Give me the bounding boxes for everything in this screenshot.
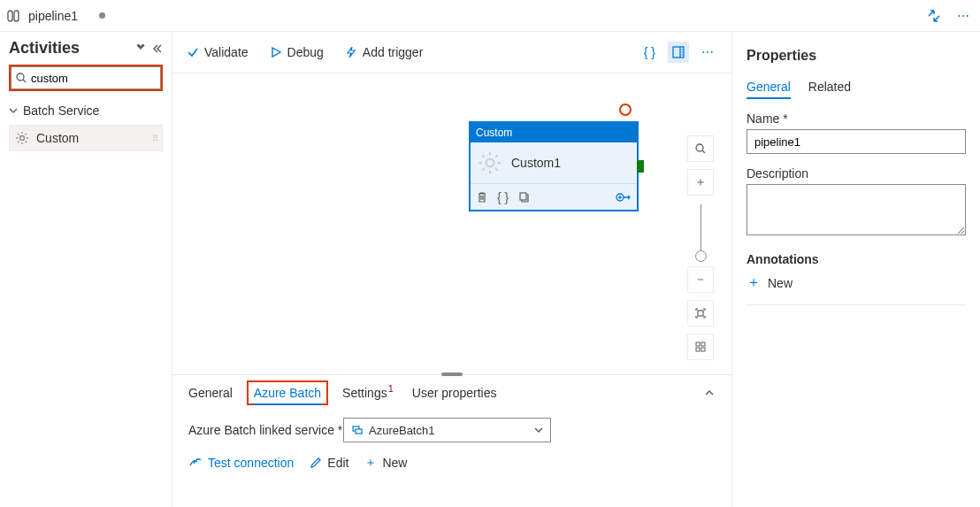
linked-service-label: Azure Batch linked service *: [188, 423, 343, 437]
new-button[interactable]: ＋ New: [364, 455, 407, 471]
output-port[interactable]: [637, 160, 644, 173]
more-icon[interactable]: ⋯: [953, 5, 973, 27]
node-name: Custom1: [511, 156, 561, 170]
edit-button[interactable]: Edit: [310, 456, 348, 470]
debug-button[interactable]: Debug: [270, 45, 324, 59]
svg-point-31: [696, 144, 703, 151]
add-output-icon[interactable]: [616, 191, 632, 204]
lightning-icon: [345, 46, 357, 58]
svg-rect-1: [14, 11, 19, 21]
svg-rect-36: [696, 348, 700, 351]
svg-line-24: [495, 168, 497, 170]
tab-general[interactable]: General: [188, 382, 233, 403]
activity-node-custom1[interactable]: Custom Custom1 { }: [469, 121, 639, 211]
activities-search-input[interactable]: [11, 66, 161, 89]
svg-rect-37: [701, 348, 705, 351]
json-icon[interactable]: { }: [640, 42, 659, 63]
json-icon[interactable]: { }: [497, 190, 509, 204]
validate-button[interactable]: Validate: [187, 45, 249, 59]
group-label: Batch Service: [23, 104, 99, 118]
svg-line-3: [23, 80, 26, 82]
activity-custom[interactable]: Custom ⠿: [9, 125, 163, 151]
tab-azure-batch[interactable]: Azure Batch: [254, 382, 321, 405]
zoom-out-button[interactable]: －: [687, 266, 714, 293]
props-tab-related[interactable]: Related: [808, 76, 851, 99]
svg-line-32: [702, 150, 705, 153]
collapse-all-icon[interactable]: [134, 44, 147, 53]
props-tab-general[interactable]: General: [746, 76, 791, 99]
node-type-label: Custom: [476, 127, 512, 139]
new-annotation-button[interactable]: ＋ New: [746, 273, 966, 292]
chevron-down-icon: [9, 106, 18, 115]
svg-line-10: [26, 142, 27, 142]
svg-point-4: [20, 136, 25, 141]
test-connection-button[interactable]: Test connection: [188, 456, 294, 470]
tab-user-properties[interactable]: User properties: [412, 382, 497, 403]
expand-icon[interactable]: [923, 5, 945, 27]
pipeline-icon: [7, 8, 23, 24]
svg-line-26: [495, 155, 497, 157]
chevron-down-icon: [534, 426, 543, 434]
linked-service-icon: [351, 424, 364, 436]
name-label: Name *: [746, 111, 966, 126]
linked-service-value: AzureBatch1: [369, 424, 434, 437]
zoom-in-button[interactable]: ＋: [687, 169, 714, 196]
fit-to-screen-button[interactable]: [687, 300, 714, 326]
svg-rect-0: [8, 11, 12, 21]
properties-toggle-icon[interactable]: [668, 42, 689, 63]
svg-line-9: [18, 134, 19, 134]
annotations-label: Annotations: [746, 252, 966, 266]
play-icon: [270, 46, 282, 58]
pipeline-canvas[interactable]: Custom Custom1 { }: [172, 73, 731, 374]
activities-heading: Activities: [9, 39, 129, 58]
svg-point-2: [17, 73, 24, 81]
tab-settings[interactable]: Settings1: [342, 382, 393, 403]
description-input[interactable]: [746, 184, 966, 235]
svg-rect-39: [356, 429, 362, 434]
svg-rect-33: [698, 311, 703, 316]
layout-button[interactable]: [687, 334, 714, 360]
properties-heading: Properties: [746, 48, 966, 64]
copy-icon[interactable]: [517, 191, 530, 204]
plus-icon: ＋: [746, 273, 761, 292]
activity-label: Custom: [36, 131, 79, 145]
group-batch-service[interactable]: Batch Service: [9, 100, 163, 121]
pencil-icon: [310, 457, 322, 469]
unsaved-dot-icon: [99, 12, 105, 19]
gear-icon: [478, 150, 502, 175]
collapse-panel-icon[interactable]: [703, 387, 716, 399]
grip-icon: ⠿: [152, 134, 157, 143]
svg-line-23: [482, 155, 484, 157]
settings-error-badge: 1: [388, 383, 394, 394]
svg-line-25: [482, 168, 484, 170]
search-icon: [16, 73, 27, 83]
zoom-slider[interactable]: [701, 204, 701, 257]
zoom-handle[interactable]: [695, 250, 707, 262]
panel-resize-handle[interactable]: [441, 373, 463, 376]
connection-icon: [188, 457, 203, 469]
gear-icon: [15, 131, 29, 145]
description-label: Description: [746, 166, 966, 181]
svg-line-11: [18, 142, 19, 142]
canvas-search-button[interactable]: [687, 135, 714, 162]
pipeline-title: pipeline1: [28, 9, 78, 23]
add-trigger-button[interactable]: Add trigger: [345, 45, 423, 59]
plus-icon: ＋: [364, 455, 377, 471]
svg-rect-35: [701, 342, 705, 346]
check-icon: [187, 46, 199, 58]
svg-rect-27: [520, 193, 526, 200]
svg-rect-34: [696, 342, 700, 346]
deactivate-icon[interactable]: [619, 104, 632, 116]
svg-point-18: [486, 159, 494, 167]
more-icon[interactable]: ⋯: [698, 42, 717, 63]
delete-icon[interactable]: [476, 191, 488, 204]
svg-line-12: [26, 134, 27, 134]
hide-sidebar-icon[interactable]: [152, 44, 163, 53]
name-input[interactable]: [746, 129, 966, 154]
linked-service-select[interactable]: AzureBatch1: [343, 418, 551, 442]
